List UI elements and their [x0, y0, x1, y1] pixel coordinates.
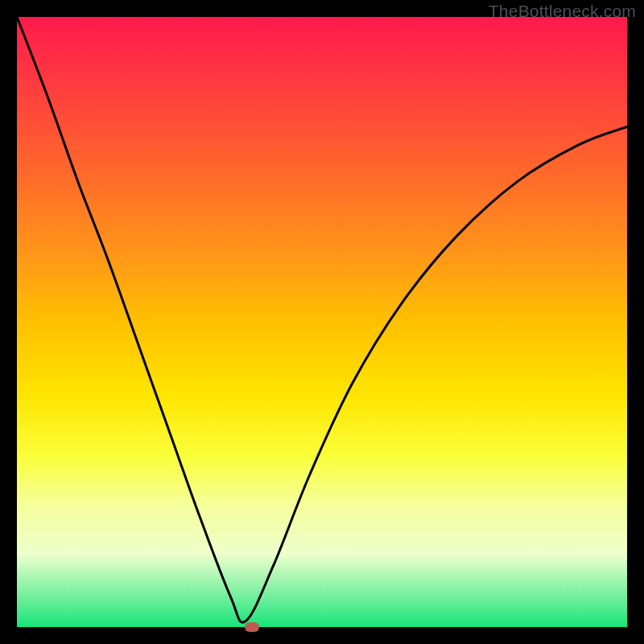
bottleneck-curve: [17, 17, 627, 627]
watermark-text: TheBottleneck.com: [489, 2, 636, 21]
optimum-marker: [245, 622, 259, 632]
chart-plot-area: [17, 17, 627, 627]
